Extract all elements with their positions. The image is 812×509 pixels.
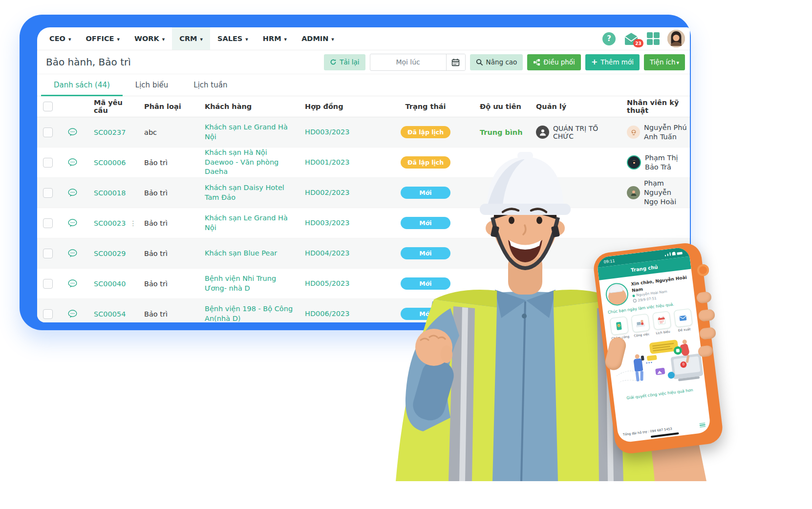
- tab-danh-sach[interactable]: Danh sách (44): [41, 74, 123, 96]
- customer-link[interactable]: Khách sạn Hà Nội Daewoo - Văn phòng Daeh…: [205, 148, 294, 177]
- category-label: Bảo trì: [136, 219, 197, 227]
- nav-item-ceo[interactable]: CEO: [42, 27, 78, 50]
- nav-item-work[interactable]: WORK: [127, 27, 172, 50]
- contract-link[interactable]: HD002/2023: [305, 188, 376, 198]
- request-code-link[interactable]: SC00006: [94, 159, 126, 167]
- header-customer: Khách hàng: [197, 103, 297, 110]
- phone-frame-accent: [697, 264, 709, 276]
- schedule-icon: [652, 311, 671, 330]
- category-label: Bảo trì: [136, 280, 197, 288]
- tab-lich-tuan[interactable]: Lịch tuần: [181, 74, 240, 96]
- add-new-button[interactable]: Thêm mới: [585, 54, 640, 70]
- comment-icon[interactable]: [67, 188, 78, 198]
- contract-link[interactable]: HD004/2023: [305, 249, 376, 258]
- contract-link[interactable]: HD001/2023: [305, 158, 376, 168]
- customer-link[interactable]: Khách sạn Le Grand Hà Nội: [205, 123, 294, 142]
- priority-label: Trung bình: [480, 128, 523, 136]
- category-label: Bảo trì: [136, 159, 197, 167]
- row-checkbox[interactable]: [43, 218, 53, 228]
- row-checkbox[interactable]: [43, 279, 53, 289]
- customer-link[interactable]: Khách sạn Le Grand Hà Nội: [205, 213, 294, 233]
- row-checkbox[interactable]: [43, 309, 53, 319]
- request-code-link[interactable]: SC00023: [94, 219, 136, 227]
- comment-icon[interactable]: [67, 157, 78, 168]
- dispatch-button[interactable]: Điều phối: [527, 54, 581, 70]
- category-label: Bảo trì: [136, 189, 197, 197]
- contract-link[interactable]: HD005/2023: [305, 279, 376, 289]
- request-code-link[interactable]: SC00054: [94, 310, 126, 318]
- request-code-link[interactable]: SC00040: [94, 280, 126, 288]
- row-checkbox[interactable]: [43, 249, 53, 258]
- tab-lich-bieu[interactable]: Lịch biểu: [123, 74, 181, 96]
- table-header: Mã yêu cầu Phân loại Khách hàng Hợp đồng…: [37, 96, 690, 117]
- time-filter: Mọi lúc: [370, 54, 466, 71]
- request-code-link[interactable]: SC00029: [94, 250, 126, 257]
- phone-user-avatar: [604, 282, 629, 307]
- manager-name: QUẢN TRỊ TỔ CHỨC: [553, 125, 616, 140]
- shortcut-de-xuat[interactable]: Đề xuất: [673, 308, 694, 333]
- header-manager: Quản lý: [528, 103, 619, 110]
- phone-home-indicator: [651, 432, 679, 438]
- page-toolbar: Bảo hành, Bảo trì Tải lại Mọi lúc Nâng c…: [37, 50, 690, 74]
- utilities-button[interactable]: Tiện ích: [644, 54, 685, 70]
- avatar-portrait: [667, 30, 685, 47]
- top-navbar: CEO OFFICE WORK CRM SALES HRM ADMIN ? 23: [37, 27, 690, 50]
- search-icon: [476, 59, 483, 66]
- comment-icon[interactable]: [67, 218, 78, 228]
- header-status: Trạng thái: [379, 103, 472, 110]
- shortcut-cong-viec[interactable]: Công việc: [630, 314, 651, 338]
- request-code-link[interactable]: SC00237: [94, 128, 126, 136]
- table-row: SC00237 abc Khách sạn Le Grand Hà Nội HD…: [37, 117, 690, 148]
- calendar-button[interactable]: [446, 54, 465, 70]
- category-label: abc: [136, 128, 197, 136]
- advanced-search-button[interactable]: Nâng cao: [470, 54, 523, 70]
- technician-name: Nguyễn Phú Anh Tuấn: [644, 123, 687, 142]
- status-badge: Đã lập lịch: [401, 126, 450, 138]
- phone-menu-icon[interactable]: [699, 423, 705, 427]
- comment-icon[interactable]: [67, 248, 78, 258]
- header-technician: Nhân viên kỹ thuật: [619, 99, 690, 114]
- user-avatar[interactable]: [667, 30, 685, 47]
- reload-button[interactable]: Tải lại: [324, 54, 365, 70]
- nav-item-sales[interactable]: SALES: [210, 27, 256, 50]
- customer-link[interactable]: Khách sạn Daisy Hotel Tam Đảo: [205, 183, 294, 202]
- technician-avatar: [627, 126, 640, 139]
- customer-link[interactable]: Bệnh viện 198 - Bộ Công An(nhà D): [205, 304, 294, 322]
- refresh-icon: [330, 59, 337, 65]
- header-priority: Độ ưu tiên: [472, 103, 528, 110]
- view-tabs: Danh sách (44) Lịch biểu Lịch tuần: [37, 74, 690, 96]
- comment-icon[interactable]: [67, 278, 78, 289]
- nav-item-admin[interactable]: ADMIN: [294, 27, 342, 50]
- contract-link[interactable]: HD003/2023: [305, 218, 376, 228]
- shortcut-lich-bieu[interactable]: Lịch biểu: [651, 311, 672, 336]
- select-all-checkbox[interactable]: [43, 102, 53, 111]
- request-code-link[interactable]: SC00018: [94, 189, 126, 197]
- manager-avatar: [536, 126, 549, 139]
- clock-icon: [633, 299, 637, 303]
- comment-icon[interactable]: [67, 127, 78, 137]
- notifications-mail-icon[interactable]: 23: [623, 32, 639, 45]
- contract-link[interactable]: HD003/2023: [305, 127, 376, 137]
- time-filter-value[interactable]: Mọi lúc: [370, 54, 446, 70]
- customer-link[interactable]: Bệnh viện Nhi Trung Ương- nhà D: [205, 274, 294, 293]
- help-icon[interactable]: ?: [602, 32, 616, 45]
- nav-item-crm[interactable]: CRM: [172, 27, 210, 50]
- nav-item-hrm[interactable]: HRM: [256, 27, 294, 50]
- apps-grid-icon[interactable]: [647, 32, 660, 45]
- row-checkbox[interactable]: [43, 127, 53, 137]
- row-checkbox[interactable]: [43, 188, 53, 198]
- phone-signal-wifi-battery-icons: [664, 251, 683, 256]
- nav-item-office[interactable]: OFFICE: [78, 27, 127, 50]
- location-pin-icon: [632, 295, 635, 297]
- header-type: Phân loại: [136, 103, 197, 110]
- contract-link[interactable]: HD006/2023: [305, 309, 376, 319]
- calendar-icon: [451, 58, 460, 66]
- tasks-icon: [631, 314, 650, 333]
- customer-link[interactable]: Khách sạn Blue Pear: [205, 249, 294, 258]
- plus-icon: [591, 58, 598, 66]
- proposal-icon: [673, 309, 692, 328]
- category-label: Bảo trì: [136, 250, 197, 257]
- comment-icon[interactable]: [67, 309, 78, 319]
- row-checkbox[interactable]: [43, 158, 53, 168]
- page-title: Bảo hành, Bảo trì: [46, 56, 131, 68]
